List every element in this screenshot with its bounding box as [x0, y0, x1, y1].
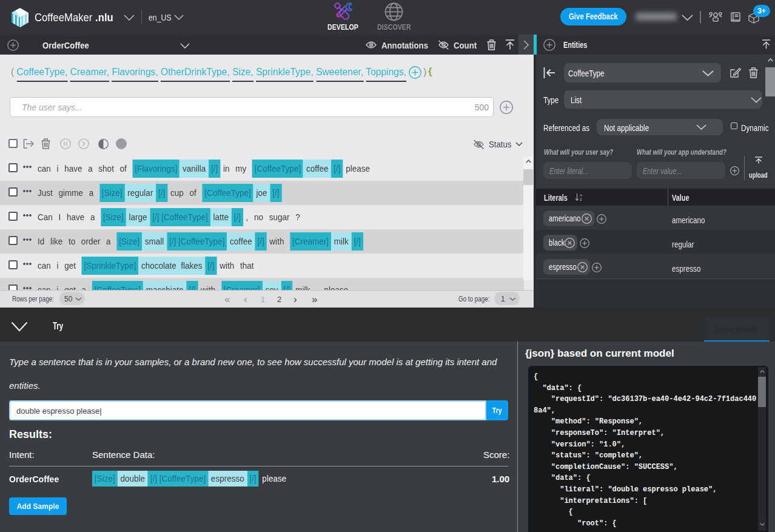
svg-text:A: A — [580, 194, 582, 197]
svg-text:Z: Z — [580, 198, 582, 201]
